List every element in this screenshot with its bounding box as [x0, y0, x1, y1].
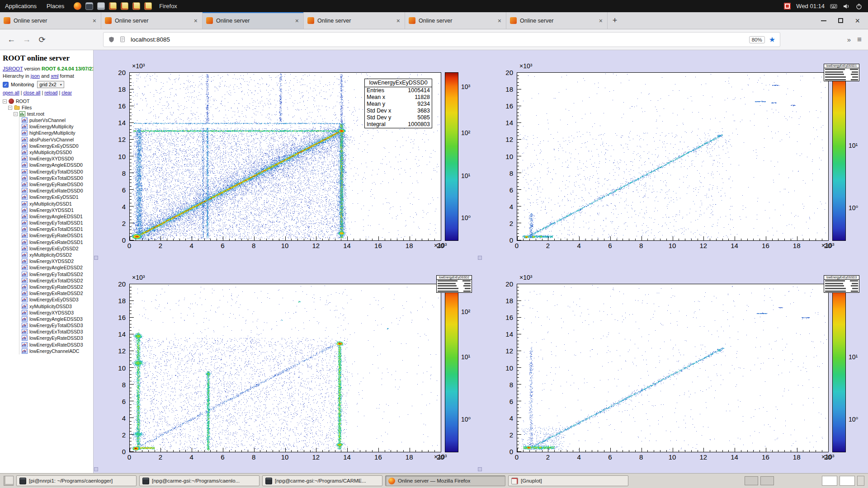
action-open-all[interactable]: open all	[3, 90, 19, 95]
collapse-toggle[interactable]: −	[8, 106, 12, 110]
tab-close-icon[interactable]: ×	[294, 17, 300, 24]
json-link[interactable]: json	[31, 73, 40, 79]
app-launcher-icon[interactable]	[109, 2, 117, 10]
maximize-button[interactable]	[838, 18, 843, 23]
tree-item-pulserVsChannel[interactable]: pulserVsChannel	[22, 117, 93, 123]
tree-item-lowEnergyExRateDSSD0[interactable]: lowEnergyExRateDSSD0	[22, 188, 93, 194]
tree-item-xyMultiplicityDSSD1[interactable]: xyMultiplicityDSSD1	[22, 200, 93, 206]
tree-item-lowEnergyExTotalDSSD0[interactable]: lowEnergyExTotalDSSD0	[22, 175, 93, 181]
back-button[interactable]: ←	[4, 35, 19, 44]
grid-layout-select[interactable]: grid 2x2 ▾	[37, 81, 64, 88]
tree-node-root[interactable]: − ROOT	[3, 98, 93, 104]
tree-item-xyMultiplicityDSSD3[interactable]: xyMultiplicityDSSD3	[22, 303, 93, 309]
new-tab-button[interactable]: +	[608, 12, 622, 29]
files-launcher-icon[interactable]	[97, 2, 105, 10]
tree-item-lowEnergyExRateDSSD2[interactable]: lowEnergyExRateDSSD2	[22, 290, 93, 296]
app-launcher-icon[interactable]	[121, 2, 128, 10]
minimize-button[interactable]	[821, 20, 826, 21]
grid-resize-handle[interactable]	[94, 467, 98, 471]
tree-item-lowEnergyExTotalDSSD1[interactable]: lowEnergyExTotalDSSD1	[22, 226, 93, 232]
histogram-canvas-lowEnergyExEyDSSD2[interactable]	[130, 284, 441, 452]
tree-item-lowEnergyAngleEDSSD3[interactable]: lowEnergyAngleEDSSD3	[22, 316, 93, 322]
tray-mini-box[interactable]	[857, 476, 864, 486]
tree-item-lowEnergyEyRateDSSD2[interactable]: lowEnergyEyRateDSSD2	[22, 284, 93, 290]
tree-item-lowEnergyAngleEDSSD0[interactable]: lowEnergyAngleEDSSD0	[22, 162, 93, 168]
volume-icon[interactable]	[843, 3, 850, 10]
grid-resize-handle[interactable]	[478, 256, 482, 260]
tree-node-files[interactable]: − Files	[8, 104, 93, 111]
workspace-pane[interactable]	[760, 476, 774, 485]
histogram-canvas-lowEnergyExEyDSSD1[interactable]	[517, 73, 828, 240]
tree-item-lowEnergyEyRateDSSD1[interactable]: lowEnergyEyRateDSSD1	[22, 232, 93, 239]
collapse-toggle[interactable]: −	[3, 99, 7, 103]
tab-online-server-6[interactable]: Online server×	[506, 12, 608, 29]
action-reload[interactable]: reload	[44, 90, 57, 95]
tab-close-icon[interactable]: ×	[193, 17, 198, 24]
action-close-all[interactable]: close all	[24, 90, 41, 95]
clock[interactable]: Wed 01:14	[796, 3, 825, 9]
keyboard-icon[interactable]	[830, 3, 837, 10]
zoom-level-badge[interactable]: 80%	[749, 36, 765, 43]
tab-close-icon[interactable]: ×	[92, 17, 97, 24]
shield-icon[interactable]	[108, 36, 115, 43]
url-text[interactable]: localhost:8085	[131, 36, 745, 43]
collapse-toggle[interactable]: −	[14, 112, 18, 116]
taskbar-window-gnuplot[interactable]: [Gnuplot]	[508, 475, 628, 486]
tree-item-lowEnergyChannelADC[interactable]: lowEnergyChannelADC	[22, 348, 93, 354]
tree-item-xyMultiplicityDSSD2[interactable]: xyMultiplicityDSSD2	[22, 252, 93, 258]
tree-item-lowEnergyExEyDSSD1[interactable]: lowEnergyExEyDSSD1	[22, 194, 93, 200]
tree-item-lowEnergyEyTotalDSSD3[interactable]: lowEnergyEyTotalDSSD3	[22, 322, 93, 328]
tree-item-lowEnergyEyTotalDSSD0[interactable]: lowEnergyEyTotalDSSD0	[22, 169, 93, 175]
tab-close-icon[interactable]: ×	[396, 17, 401, 24]
tree-item-lowEnergyXYDSSD2[interactable]: lowEnergyXYDSSD2	[22, 258, 93, 264]
tree-item-lowEnergyXYDSSD1[interactable]: lowEnergyXYDSSD1	[22, 207, 93, 213]
tree-item-lowEnergyAngleEDSSD2[interactable]: lowEnergyAngleEDSSD2	[22, 264, 93, 271]
tray-box[interactable]	[822, 476, 837, 486]
tab-close-icon[interactable]: ×	[598, 17, 604, 24]
applications-menu[interactable]: Applications	[0, 0, 42, 12]
app-launcher-icon[interactable]	[144, 2, 152, 10]
tree-item-lowEnergyExTotalDSSD3[interactable]: lowEnergyExTotalDSSD3	[22, 328, 93, 335]
jsroot-link[interactable]: JSROOT	[3, 66, 23, 71]
taskbar-window-terminal[interactable]: [pi@nnrpi1: ~/Programs/caenlogger]	[16, 475, 137, 486]
tree-item-lowEnergyExEyDSSD0[interactable]: lowEnergyExEyDSSD0	[22, 143, 93, 149]
tab-online-server-2[interactable]: Online server×	[101, 12, 203, 29]
tab-online-server-4[interactable]: Online server×	[304, 12, 405, 29]
tree-item-lowEnergyExEyDSSD2[interactable]: lowEnergyExEyDSSD2	[22, 245, 93, 252]
tree-node-test-root[interactable]: − test.root	[14, 111, 93, 117]
places-menu[interactable]: Places	[42, 0, 69, 12]
tree-item-lowEnergyEyRateDSSD3[interactable]: lowEnergyEyRateDSSD3	[22, 335, 93, 341]
histogram-canvas-lowEnergyExEyDSSD3[interactable]	[517, 284, 828, 452]
reload-button[interactable]: ⟳	[34, 35, 50, 45]
tab-online-server-3[interactable]: Online server×	[203, 12, 304, 29]
tree-item-lowEnergyXYDSSD3[interactable]: lowEnergyXYDSSD3	[22, 310, 93, 316]
close-window-button[interactable]: ×	[855, 17, 860, 25]
workspace-pane[interactable]	[745, 476, 758, 485]
app-launcher-icon[interactable]	[132, 2, 140, 10]
forward-button[interactable]: →	[19, 35, 34, 44]
xml-link[interactable]: xml	[51, 73, 58, 79]
tree-item-lowEnergyMultiplicity[interactable]: lowEnergyMultiplicity	[22, 123, 93, 130]
bookmark-star-icon[interactable]: ★	[769, 35, 775, 44]
overflow-chevron-icon[interactable]: »	[847, 36, 851, 43]
tree-item-lowEnergyXYDSSD0[interactable]: lowEnergyXYDSSD0	[22, 155, 93, 162]
tree-item-xyMultiplicityDSSD0[interactable]: xyMultiplicityDSSD0	[22, 149, 93, 155]
tree-item-lowEnergyExEyDSSD3[interactable]: lowEnergyExEyDSSD3	[22, 296, 93, 303]
tree-item-lowEnergyEyRateDSSD0[interactable]: lowEnergyEyRateDSSD0	[22, 181, 93, 188]
action-clear[interactable]: clear	[61, 90, 72, 95]
tree-item-absPulserVsChannel[interactable]: absPulserVsChannel	[22, 136, 93, 143]
tree-item-highEnergyMultiplicity[interactable]: highEnergyMultiplicity	[22, 130, 93, 136]
show-desktop-button[interactable]	[4, 476, 14, 486]
notification-icon[interactable]	[784, 3, 791, 9]
terminal-launcher-icon[interactable]	[85, 2, 93, 10]
tab-online-server-1[interactable]: Online server×	[0, 12, 101, 29]
tab-online-server-5[interactable]: Online server×	[405, 12, 506, 29]
tree-item-lowEnergyAngleEDSSD1[interactable]: lowEnergyAngleEDSSD1	[22, 213, 93, 220]
firefox-launcher-icon[interactable]	[74, 2, 81, 10]
menu-icon[interactable]: ≡	[857, 35, 862, 44]
url-bar[interactable]: localhost:8085 80% ★	[103, 32, 780, 47]
tree-item-lowEnergyExTotalDSSD2[interactable]: lowEnergyExTotalDSSD2	[22, 277, 93, 284]
taskbar-window-terminal[interactable]: [npg@carme-gsi:~/Programs/caenlo...	[139, 475, 259, 486]
power-icon[interactable]	[855, 3, 863, 10]
monitoring-checkbox[interactable]: ✓	[3, 82, 9, 88]
